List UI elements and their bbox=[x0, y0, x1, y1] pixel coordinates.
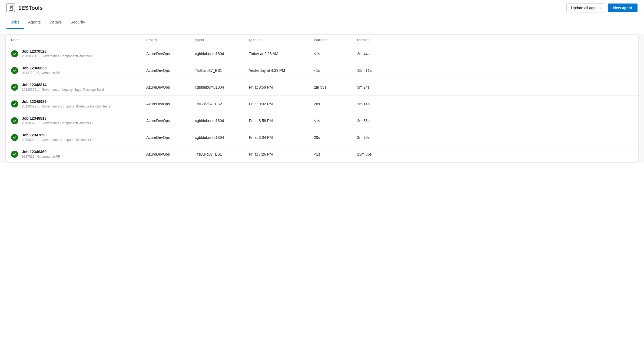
job-project: AzureDevOps bbox=[146, 119, 195, 123]
job-pipeline: Governance.ComponentDetector.CI bbox=[42, 121, 93, 125]
job-cell: Job 12348814 20190329.1 Governance - Leg… bbox=[11, 83, 146, 92]
job-project: AzureDevOps bbox=[146, 85, 195, 89]
job-project: AzureDevOps bbox=[146, 102, 195, 106]
job-duration: 2m 38s bbox=[357, 119, 400, 123]
job-sub: 20190329.1 Governance.ComponentDetector.… bbox=[22, 138, 93, 142]
col-header-queued: Queued bbox=[249, 38, 314, 42]
table-body: Job 12370528 20190331.1 Governance.Compo… bbox=[6, 45, 638, 162]
job-queued: Fri at 8:04 PM bbox=[249, 135, 314, 140]
col-header-name: Name bbox=[11, 38, 146, 42]
job-duration: 2m 14s bbox=[357, 102, 400, 106]
app-title: 1ESTools bbox=[18, 5, 43, 11]
status-success-icon bbox=[11, 100, 18, 107]
job-name: Job 12346469 bbox=[22, 150, 60, 154]
job-duration: 2m 30s bbox=[357, 135, 400, 140]
app-icon bbox=[6, 4, 15, 12]
job-agent: cgbldubuntu1804 bbox=[195, 119, 249, 123]
job-queued: Fri at 8:59 PM bbox=[249, 85, 314, 89]
status-success-icon bbox=[11, 151, 18, 158]
header-left: 1ESTools bbox=[6, 4, 43, 12]
status-success-icon bbox=[11, 84, 18, 91]
job-cell: Job 12348813 20190329.1 Governance.Compo… bbox=[11, 116, 146, 125]
status-success-icon bbox=[11, 117, 18, 124]
job-name: Job 12366635 bbox=[22, 66, 60, 70]
job-project: AzureDevOps bbox=[146, 135, 195, 140]
tab-jobs[interactable]: Jobs bbox=[6, 16, 24, 29]
job-sub: 20190329.1 Governance - Legacy Nuget Pac… bbox=[22, 88, 104, 92]
header: 1ESTools Update all agents New agent bbox=[0, 0, 644, 16]
job-duration: 2m 44s bbox=[357, 52, 400, 56]
job-id: 9117821 bbox=[22, 155, 35, 159]
job-name: Job 12347690 bbox=[22, 133, 93, 137]
col-header-duration: Duration bbox=[357, 38, 400, 42]
status-success-icon bbox=[11, 134, 18, 141]
job-queued: Today at 2:23 AM bbox=[249, 52, 314, 56]
job-name: Job 12348814 bbox=[22, 83, 104, 87]
job-sub: 9143773 Governance.PR bbox=[22, 71, 60, 75]
job-agent: cgbldubuntu1804 bbox=[195, 135, 249, 140]
job-duration: 13m 36s bbox=[357, 152, 400, 156]
job-id: 20190329.1 bbox=[22, 105, 39, 108]
tab-details[interactable]: Details bbox=[45, 16, 66, 29]
job-pipeline: Governance.ComponentDetector.CI bbox=[42, 54, 93, 58]
job-wait-time: <1s bbox=[314, 52, 357, 56]
table-header: Name Project Agent Queued Wait time Dura… bbox=[6, 35, 638, 45]
job-sub: 20190329.1 Governance.ComponentDetector.… bbox=[22, 121, 93, 125]
job-name: Job 12348989 bbox=[22, 99, 110, 104]
job-id: 20190329.1 bbox=[22, 88, 39, 92]
job-name: Job 12348813 bbox=[22, 116, 93, 120]
job-pipeline: Governance.ComponentDetector.CI bbox=[42, 138, 93, 142]
job-cell: Job 12348989 20190329.1 Governance.Compo… bbox=[11, 99, 146, 108]
job-agent: TfsBuild37_ES1 bbox=[195, 152, 249, 156]
job-info: Job 12348814 20190329.1 Governance - Leg… bbox=[22, 83, 104, 92]
job-id: 20190331.1 bbox=[22, 54, 39, 58]
job-sub: 20190329.1 Governance.ComponentDetector.… bbox=[22, 105, 110, 108]
table-row[interactable]: Job 12348813 20190329.1 Governance.Compo… bbox=[6, 112, 638, 129]
table-row[interactable]: Job 12347690 20190329.1 Governance.Compo… bbox=[6, 129, 638, 146]
table-row[interactable]: Job 12366635 9143773 Governance.PR Azure… bbox=[6, 62, 638, 79]
job-cell: Job 12366635 9143773 Governance.PR bbox=[11, 66, 146, 75]
job-cell: Job 12370528 20190331.1 Governance.Compo… bbox=[11, 49, 146, 58]
job-pipeline: Governance - Legacy Nuget Package Build bbox=[42, 88, 104, 92]
job-wait-time: <1s bbox=[314, 152, 357, 156]
table-row[interactable]: Job 12348814 20190329.1 Governance - Leg… bbox=[6, 79, 638, 96]
header-right: Update all agents New agent bbox=[566, 3, 638, 12]
job-wait-time: 20s bbox=[314, 135, 357, 140]
job-info: Job 12370528 20190331.1 Governance.Compo… bbox=[22, 49, 93, 58]
content: Name Project Agent Queued Wait time Dura… bbox=[0, 34, 644, 163]
job-id: 20190329.1 bbox=[22, 138, 39, 142]
job-duration: 3m 24s bbox=[357, 85, 400, 89]
job-info: Job 12346469 9117821 Governance.PR bbox=[22, 150, 60, 159]
jobs-table: Name Project Agent Queued Wait time Dura… bbox=[5, 34, 639, 163]
job-duration: 15m 11s bbox=[357, 68, 400, 73]
job-wait-time: <1s bbox=[314, 68, 357, 73]
job-id: 20190329.1 bbox=[22, 121, 39, 125]
table-row[interactable]: Job 12346469 9117821 Governance.PR Azure… bbox=[6, 146, 638, 162]
job-queued: Fri at 8:59 PM bbox=[249, 119, 314, 123]
job-cell: Job 12346469 9117821 Governance.PR bbox=[11, 150, 146, 159]
col-header-project: Project bbox=[146, 38, 195, 42]
job-queued: Fri at 7:26 PM bbox=[249, 152, 314, 156]
job-cell: Job 12347690 20190329.1 Governance.Compo… bbox=[11, 133, 146, 142]
col-header-agent: Agent bbox=[195, 38, 249, 42]
job-project: AzureDevOps bbox=[146, 52, 195, 56]
job-info: Job 12366635 9143773 Governance.PR bbox=[22, 66, 60, 75]
col-header-wait-time: Wait time bbox=[314, 38, 357, 42]
new-agent-button[interactable]: New agent bbox=[608, 4, 638, 12]
job-info: Job 12347690 20190329.1 Governance.Compo… bbox=[22, 133, 93, 142]
job-pipeline: Governance.ComponentDetector.FunctionTes… bbox=[42, 105, 110, 108]
job-wait-time: 2m 33s bbox=[314, 85, 357, 89]
job-agent: cgbldubuntu1804 bbox=[195, 85, 249, 89]
svg-rect-0 bbox=[9, 5, 13, 11]
update-all-agents-button[interactable]: Update all agents bbox=[566, 3, 605, 12]
nav-tabs: Jobs Agents Details Security bbox=[0, 16, 644, 29]
job-info: Job 12348989 20190329.1 Governance.Compo… bbox=[22, 99, 110, 108]
tab-security[interactable]: Security bbox=[66, 16, 89, 29]
job-wait-time: <1s bbox=[314, 119, 357, 123]
job-pipeline: Governance.PR bbox=[37, 155, 60, 159]
job-sub: 20190331.1 Governance.ComponentDetector.… bbox=[22, 54, 93, 58]
tab-agents[interactable]: Agents bbox=[24, 16, 45, 29]
table-row[interactable]: Job 12370528 20190331.1 Governance.Compo… bbox=[6, 45, 638, 62]
table-row[interactable]: Job 12348989 20190329.1 Governance.Compo… bbox=[6, 96, 638, 112]
status-success-icon bbox=[11, 50, 18, 57]
